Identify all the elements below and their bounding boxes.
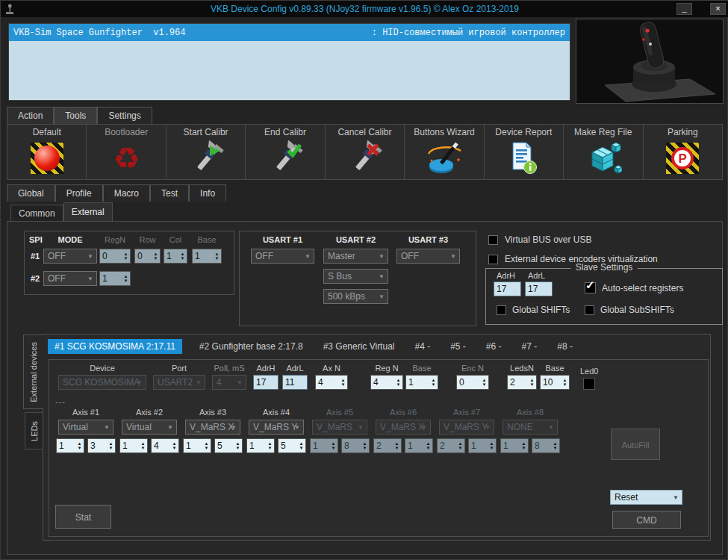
slave-adrh-field[interactable]: 17 [494,281,521,296]
spi2-regn-spinner[interactable]: 1 [99,271,131,286]
device-tab-2[interactable]: #2 Gunfighter base 2:17.8 [196,339,306,354]
bootloader-button[interactable]: Bootloader ♻ [87,125,166,179]
spinner-arrows[interactable] [122,249,130,263]
axis-1-a-spinner[interactable]: 1 [56,438,84,453]
device-tab-3[interactable]: #3 Generic Virtual [320,339,398,354]
spinner-arrows[interactable] [394,376,402,389]
axis-8-mode-dropdown[interactable]: NONE [503,420,558,435]
side-tab-leds[interactable]: LEDs [25,412,43,449]
tab-external[interactable]: External [63,202,113,222]
spinner-arrows[interactable] [339,376,347,389]
slave-adrl-field[interactable]: 17 [525,281,553,296]
axis-5-mode-dropdown[interactable]: V_MaRS [312,420,367,435]
virtual-bus-checkbox[interactable] [488,235,498,245]
ledbase-spinner[interactable]: 10 [540,375,570,390]
usart2-protocol-dropdown[interactable]: S Bus [323,269,388,284]
axis-3-b-spinner[interactable]: 5 [214,438,243,453]
device-tab-6[interactable]: #6 - [483,339,505,354]
cancel-calibr-button[interactable]: Cancel Calibr [326,125,405,179]
axis-3-mode-dropdown[interactable]: V_MaRS X [185,420,240,435]
poll-dropdown[interactable]: 4 [212,375,246,390]
tab-global[interactable]: Global [7,184,55,202]
spinner-arrows[interactable] [266,439,274,452]
axn-spinner[interactable]: 4 [315,375,348,390]
axis-4-mode-dropdown[interactable]: V_MaRS Y [249,420,304,435]
port-dropdown[interactable]: USART2 [153,375,205,390]
spi2-mode-dropdown[interactable]: OFF [43,271,97,286]
spinner-arrows[interactable] [139,439,147,452]
axis-1-b-spinner[interactable]: 3 [87,438,116,453]
axis-8-a-spinner[interactable]: 1 [500,438,529,453]
axis-8-b-spinner[interactable]: 8 [532,438,560,453]
axis-6-mode-dropdown[interactable]: V_MaRS X [376,420,431,435]
usart3-mode-dropdown[interactable]: OFF [396,249,460,264]
spinner-arrows[interactable] [170,439,178,452]
encn-spinner[interactable]: 0 [456,375,489,390]
spinner-arrows[interactable] [107,439,115,452]
axis-5-b-spinner[interactable]: 8 [341,438,370,453]
menu-tab-tools[interactable]: Tools [54,107,97,124]
start-calibr-button[interactable]: Start Calibr [167,125,246,179]
adrl-field[interactable]: 11 [282,375,308,390]
menu-tab-action[interactable]: Action [7,107,54,124]
spinner-arrows[interactable] [456,439,464,452]
axis-6-a-spinner[interactable]: 2 [373,438,402,453]
led0-checkbox[interactable] [583,378,595,390]
axis-5-a-spinner[interactable]: 1 [310,438,338,453]
tab-common[interactable]: Common [10,205,63,222]
usart1-mode-dropdown[interactable]: OFF [251,249,314,264]
buttons-wizard-button[interactable]: Buttons Wizard [405,125,484,179]
axis-2-b-spinner[interactable]: 4 [151,438,179,453]
cmd-button[interactable]: CMD [612,511,681,529]
parking-button[interactable]: Parking P [644,125,722,179]
tab-macro[interactable]: Macro [103,184,150,202]
axis-4-b-spinner[interactable]: 5 [278,438,306,453]
ledsn-spinner[interactable]: 2 [507,375,537,390]
spinner-arrows[interactable] [561,376,569,389]
spinner-arrows[interactable] [152,249,160,263]
device-tab-7[interactable]: #7 - [519,339,541,354]
global-shifts-checkbox[interactable] [497,305,506,315]
encoders-virtualization-checkbox[interactable] [488,255,498,264]
global-subshifts-checkbox[interactable] [585,305,594,315]
axis-2-mode-dropdown[interactable]: Virtual [122,420,177,435]
spinner-arrows[interactable] [488,439,496,452]
device-tab-5[interactable]: #5 - [447,339,469,354]
regn-spinner[interactable]: 4 [370,375,403,390]
axis-7-a-spinner[interactable]: 2 [437,438,465,453]
spi1-regn-spinner[interactable]: 0 [99,249,131,264]
axis-6-b-spinner[interactable]: 1 [405,438,433,453]
autofill-button[interactable]: AutoFill [611,429,660,460]
spinner-arrows[interactable] [75,439,84,452]
tab-test[interactable]: Test [150,184,189,202]
tab-profile[interactable]: Profile [55,184,103,202]
usart2-mode-dropdown[interactable]: Master [323,249,388,264]
side-tab-external-devices[interactable]: External devices [23,335,43,409]
usart2-speed-dropdown[interactable]: 500 kBps [323,289,388,304]
spinner-arrows[interactable] [297,439,305,452]
menu-tab-settings[interactable]: Settings [97,107,152,124]
spinner-arrows[interactable] [480,376,488,389]
end-calibr-button[interactable]: End Calibr [246,125,325,179]
spinner-arrows[interactable] [202,439,211,452]
spinner-arrows[interactable] [393,439,401,452]
tab-info[interactable]: Info [189,184,226,202]
reset-command-dropdown[interactable]: Reset [610,490,682,505]
spinner-arrows[interactable] [178,249,187,263]
device-report-button[interactable]: Device Report [485,125,564,179]
spi1-base-spinner[interactable]: 1 [192,249,222,264]
spi1-row-spinner[interactable]: 0 [134,249,161,264]
axis-3-a-spinner[interactable]: 1 [183,438,211,453]
device-tab-8[interactable]: #8 - [554,339,576,354]
device-dropdown[interactable]: SCG KOSMOSIMA [58,375,146,390]
spi1-mode-dropdown[interactable]: OFF [43,249,97,264]
device-tab-1[interactable]: #1 SCG KOSMOSIMA 2:17.11 [48,339,182,354]
spinner-arrows[interactable] [122,272,130,285]
spinner-arrows[interactable] [528,376,536,389]
adrh-field[interactable]: 17 [253,375,279,390]
spinner-arrows[interactable] [551,439,559,452]
axis-7-mode-dropdown[interactable]: V_MaRS Y [439,420,494,435]
axis-4-a-spinner[interactable]: 1 [246,438,275,453]
base-spinner[interactable]: 1 [405,375,438,390]
spinner-arrows[interactable] [213,249,221,263]
